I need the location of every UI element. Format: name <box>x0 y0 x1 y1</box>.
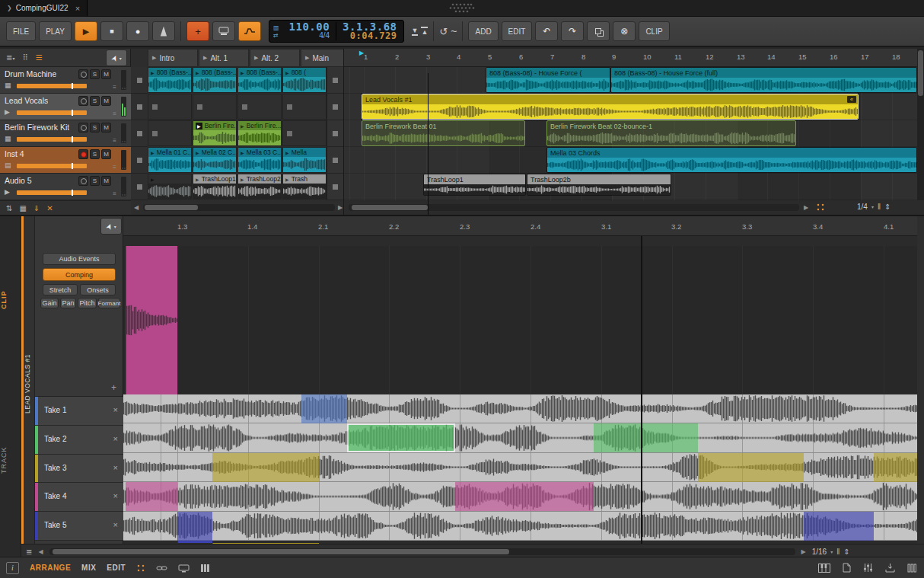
scroll-left-icon[interactable]: ◀ <box>38 548 43 555</box>
launcher-cell[interactable] <box>148 94 192 120</box>
launcher-clip[interactable]: ▶808 (Bass-... <box>148 68 191 92</box>
clip-play-icon[interactable]: ▶ <box>196 177 199 182</box>
comping-button[interactable]: Comping <box>43 268 116 281</box>
launcher-cell[interactable] <box>282 120 327 146</box>
arranger-lanes[interactable]: 808 (Bass-08) - House Force ( 808 (Bass-… <box>344 67 917 200</box>
project-tab[interactable]: ❯ CompingGUI22 × <box>0 0 88 16</box>
snap-value[interactable]: 1/4 <box>857 203 868 211</box>
take-highlight-region[interactable] <box>698 453 804 482</box>
clip-stop-icon[interactable] <box>152 131 158 136</box>
launcher-cell[interactable]: ▶TrashLoop2b <box>237 174 282 200</box>
pitch-button[interactable]: Pitch <box>78 298 97 308</box>
scroll-left-icon[interactable]: ◀ <box>134 204 139 211</box>
track-list-menu-icon[interactable]: ≣▾ <box>6 53 14 62</box>
editor-ruler[interactable]: 1.31.42.12.22.32.43.13.23.33.44.1 <box>123 216 917 236</box>
scene-header[interactable]: ▶ Alt. 1 <box>199 49 249 67</box>
file-menu-button[interactable]: FILE <box>6 21 36 41</box>
grid-view-icon[interactable]: ⠿ <box>22 53 27 62</box>
follow-icon[interactable]: ~ <box>451 25 457 37</box>
launcher-cell[interactable]: ▶TrashLoop1 <box>193 174 237 200</box>
pan-button[interactable]: Pan <box>60 298 76 308</box>
gain-button[interactable]: Gain <box>40 298 59 308</box>
track-name[interactable]: Audio 5 <box>5 176 32 185</box>
arranger-pointer-tool-button[interactable]: ➤▾ <box>106 49 127 66</box>
beat-grid-icon[interactable] <box>816 203 825 212</box>
launcher-cell[interactable]: ▶ <box>148 174 192 200</box>
editor-body[interactable] <box>123 236 917 544</box>
stop-all-icon[interactable] <box>137 158 142 163</box>
take-highlight-region[interactable] <box>126 482 177 511</box>
track-menu-icon[interactable]: ≡ <box>113 190 116 197</box>
audio-events-button[interactable]: Audio Events <box>43 253 116 265</box>
launcher-cell[interactable]: ▶Berlin Fire... <box>237 120 282 146</box>
clip-play-icon[interactable]: ▶ <box>241 123 244 129</box>
redo-button[interactable]: ↷ <box>561 21 584 41</box>
editor-scrollbar[interactable] <box>49 548 795 555</box>
arranger-clip[interactable]: TrashLoop1 <box>423 174 526 196</box>
playhead[interactable] <box>641 236 642 544</box>
arranger-clip[interactable]: Berlin Firework Beat 01 <box>362 120 525 146</box>
launcher-clip[interactable]: ▶808 (Bass-... <box>238 68 281 92</box>
track-row[interactable]: Audio 5 ▶ S M ≡ <box>0 174 131 200</box>
take-highlight-region[interactable] <box>301 394 347 423</box>
clip-play-icon[interactable]: ▶ <box>285 177 289 182</box>
take-lane[interactable] <box>123 394 917 423</box>
clip-play-icon[interactable]: ▶ <box>241 177 244 182</box>
launcher-cell[interactable]: ▶Mella 03 C... <box>237 147 282 173</box>
launcher-cell[interactable] <box>282 94 327 120</box>
launcher-cell[interactable] <box>237 94 282 120</box>
row-stop-icon[interactable] <box>333 184 338 190</box>
dual-display-icon[interactable] <box>178 564 190 573</box>
track-menu-icon[interactable]: ≡ <box>113 84 116 91</box>
piano-keyboard-icon[interactable] <box>818 564 830 573</box>
take-highlight-region[interactable] <box>455 482 594 511</box>
take-label-row[interactable]: Take 2 × <box>35 426 123 455</box>
take-highlight-region[interactable] <box>874 453 917 482</box>
clip-play-icon[interactable]: ▶ <box>196 123 202 129</box>
track-name[interactable]: Berlin Firework Kit <box>5 123 69 132</box>
launcher-cell[interactable]: ▶808 ( <box>282 67 327 93</box>
download-tray-icon[interactable] <box>885 563 895 573</box>
stop-all-icon[interactable] <box>137 78 142 83</box>
clip-fold-icon[interactable]: « <box>847 96 856 103</box>
launcher-clip[interactable]: ▶Berlin Fire... <box>238 121 281 145</box>
arranger-clip[interactable]: Mella 03 Chords <box>546 147 917 173</box>
comp-lane[interactable] <box>123 246 917 394</box>
solo-button[interactable]: S <box>90 123 100 133</box>
take-delete-icon[interactable]: × <box>113 405 118 414</box>
mixer-icon[interactable] <box>863 563 873 573</box>
take-label-row[interactable]: Take 5 × <box>35 512 123 541</box>
clip-play-icon[interactable]: ▶ <box>241 150 244 155</box>
mute-button[interactable]: M <box>101 176 111 186</box>
scene-play-icon[interactable]: ▶ <box>203 55 207 61</box>
track-volume-slider[interactable] <box>17 164 87 168</box>
position-time-value[interactable]: 0:04.729 <box>343 31 397 40</box>
track-name[interactable]: Drum Machine <box>5 69 56 78</box>
snap-value[interactable]: 1/16 <box>812 548 827 556</box>
launcher-scrollbar[interactable] <box>143 204 335 211</box>
take-highlight-region[interactable] <box>594 423 698 452</box>
arranger-clip[interactable]: Lead Vocals #1 « <box>362 94 859 120</box>
onsets-button[interactable]: Onsets <box>80 284 116 295</box>
launcher-cell[interactable]: ▶808 (Bass-... <box>148 67 192 93</box>
take-name[interactable]: Take 1 <box>44 406 66 414</box>
close-icon[interactable]: × <box>75 4 80 13</box>
scene-play-icon[interactable]: ▶ <box>305 55 309 61</box>
record-arm-button[interactable] <box>78 123 88 133</box>
take-highlight-region[interactable] <box>212 453 319 482</box>
arranger-snap-control[interactable]: 1/4▾ ‖ ⇕ <box>857 203 891 211</box>
grid-columns-icon[interactable] <box>907 564 918 573</box>
automation-write-button[interactable] <box>212 21 235 41</box>
take-label-row[interactable]: Take 3 × <box>35 455 123 484</box>
playhead[interactable] <box>428 73 429 215</box>
arranger-clip[interactable]: 808 (Bass-08) - House Force (full) <box>610 67 917 93</box>
row-stop-icon[interactable] <box>333 78 338 83</box>
scene-header[interactable]: ▶ Alt. 2 <box>250 49 300 67</box>
play-button[interactable]: ▶ <box>75 21 97 41</box>
tab-track[interactable]: TRACK <box>0 437 21 483</box>
record-arm-button[interactable] <box>78 96 88 106</box>
track-volume-slider[interactable] <box>17 110 87 115</box>
punch-out-icon[interactable]: ▲ <box>421 27 428 36</box>
stop-all-icon[interactable] <box>137 131 142 136</box>
display-mode-icons[interactable]: ▥⇄ <box>269 25 283 38</box>
